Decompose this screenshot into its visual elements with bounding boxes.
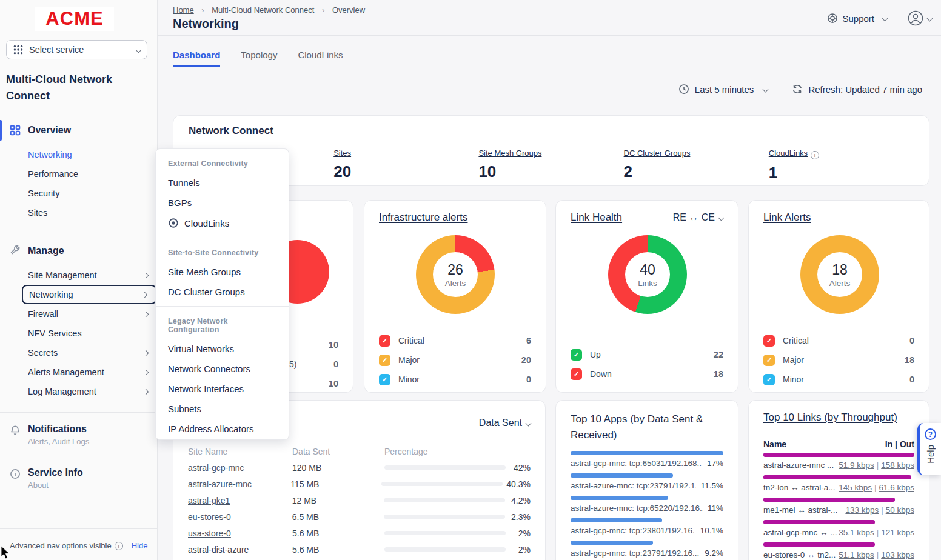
manage-item[interactable]: Log Management (22, 382, 156, 401)
apps-list: astral-gcp-mnc: tcp:65031/192.168.... 17… (571, 451, 723, 560)
site-name-link[interactable]: astral-gke1 (188, 496, 230, 505)
out-kbps-link[interactable]: 61.6 kbps (879, 483, 914, 492)
breadcrumb-item[interactable]: Overview (332, 5, 365, 15)
support-menu[interactable]: Support (827, 13, 887, 24)
percentage-bar-track (384, 465, 506, 470)
site-name-link[interactable]: astral-dist-azure (188, 545, 249, 555)
sidebar-item-service-info[interactable]: Service Info About (0, 467, 158, 490)
manage-item[interactable]: Firewall (22, 304, 156, 324)
tab[interactable]: Dashboard (173, 50, 220, 67)
site-name-link[interactable]: astral-gcp-mnc (188, 463, 244, 473)
account-menu[interactable] (908, 10, 932, 26)
stat-label-link[interactable]: Site Mesh Groups (478, 148, 541, 158)
app-label: astral-azure-mnc: tcp:65220/192.16... (571, 504, 703, 513)
sidebar-subitem[interactable]: Sites (28, 203, 149, 222)
chevron-down-icon (718, 215, 725, 221)
manage-item[interactable]: Secrets (22, 343, 156, 362)
flyout-menu-item[interactable]: IP Address Allocators (168, 424, 276, 434)
help-tab[interactable]: ? Help (917, 423, 941, 475)
legend-checkbox[interactable]: ✓ (571, 349, 582, 361)
overview-grid-icon (10, 125, 21, 136)
out-kbps-link[interactable]: 50 kbps (886, 505, 914, 515)
stat-label-link[interactable]: DC Cluster Groups (624, 148, 691, 158)
site-name-link[interactable]: usa-store-0 (188, 528, 231, 538)
sidebar-subitem[interactable]: Performance (28, 164, 149, 184)
flyout-menu-item[interactable]: CloudLinks (168, 218, 276, 228)
site-name-link[interactable]: astral-azure-mnc (188, 479, 252, 489)
sidebar-subitem[interactable]: Networking (28, 145, 149, 164)
breadcrumb-item[interactable]: Multi-Cloud Network Connect (212, 5, 314, 15)
refresh-button[interactable]: Refresh: Updated 7 min ago (792, 84, 922, 95)
sidebar-section-manage: Manage (0, 241, 158, 261)
site-name-link[interactable]: eu-stores-0 (188, 512, 231, 522)
legend-checkbox[interactable]: ✓ (379, 355, 390, 366)
legend-value: 0 (909, 375, 914, 384)
data-sent-selector[interactable]: Data Sent (479, 418, 531, 428)
legend-row: ✓ Critical 6 (379, 331, 531, 350)
flyout-menu-item[interactable]: Subnets (168, 404, 276, 414)
link-row: me1-mel ↔ astral-... 133 kbps|50 kbps (763, 498, 914, 515)
flyout-items: Tunnels BGPs CloudLinks (168, 178, 276, 228)
legend-checkbox[interactable]: ✓ (763, 355, 775, 366)
legend-checkbox[interactable]: ✓ (379, 335, 390, 347)
sidebar-item-overview[interactable]: Overview (0, 121, 158, 140)
info-circle-icon[interactable]: i (115, 542, 123, 550)
flyout-menu-item[interactable]: Virtual Networks (168, 344, 276, 354)
table-row: astral-azure-mnc 115 MB 40.3% (188, 476, 531, 492)
tab[interactable]: Topology (241, 50, 277, 67)
flyout-menu-item[interactable]: Network Connectors (168, 364, 276, 374)
stat-value: 20 (333, 162, 478, 181)
in-kbps-link[interactable]: 145 kbps (839, 483, 872, 492)
time-range-selector[interactable]: Last 5 minutes (678, 84, 768, 95)
link-health-selector[interactable]: RE ↔ CE (673, 212, 723, 223)
chevron-down-icon (882, 15, 888, 21)
legend-checkbox[interactable]: ✓ (571, 368, 582, 380)
manage-item[interactable]: NFV Services (22, 324, 156, 343)
in-kbps-link[interactable]: 35.1 kbps (839, 528, 874, 537)
separator: | (877, 550, 879, 559)
manage-item-label: Log Management (28, 387, 139, 396)
sidebar-item-notifications[interactable]: Notifications Alerts, Audit Logs (0, 424, 158, 446)
tab[interactable]: CloudLinks (298, 50, 343, 67)
flyout-menu-item[interactable]: Tunnels (168, 178, 276, 188)
app-label: astral-gcp-mnc: tcp:23801/192.16... (571, 526, 695, 535)
flyout-items: Virtual Networks Network Connectors Netw… (168, 344, 276, 434)
manage-item[interactable]: Site Management (22, 265, 156, 285)
selector-label: RE ↔ CE (673, 212, 715, 223)
sidebar: ACME Select service Multi-Cloud Network … (0, 0, 158, 560)
divider (0, 412, 158, 413)
card-title-link[interactable]: Infrastructure alerts (379, 212, 467, 224)
service-selector[interactable]: Select service (6, 40, 147, 59)
flyout-menu-item[interactable]: DC Cluster Groups (168, 287, 276, 297)
manage-item[interactable]: Alerts Management (22, 362, 156, 382)
out-kbps-link[interactable]: 121 kbps (881, 528, 914, 537)
link-row: eu-stores-0 ↔ tn2... 51.1 kbps|103 kbps (763, 542, 914, 559)
manage-item[interactable]: Networking (22, 285, 156, 304)
card-title-link[interactable]: Top 10 Links (by Throughput) (763, 412, 897, 424)
hide-nav-link[interactable]: Hide (132, 541, 148, 550)
flyout-menu-item[interactable]: Site Mesh Groups (168, 267, 276, 277)
card-title-link[interactable]: Link Alerts (763, 212, 811, 224)
flyout-section-legacy: Legacy Network Configuration Virtual Net… (156, 306, 289, 443)
out-kbps-link[interactable]: 103 kbps (881, 550, 914, 559)
legend: ✓ Up 22 ✓ Down 18 (571, 345, 723, 384)
legend-checkbox[interactable]: ✓ (379, 374, 390, 385)
out-kbps-link[interactable]: 158 kbps (881, 461, 914, 470)
in-kbps-link[interactable]: 133 kbps (845, 505, 879, 515)
avatar-icon (908, 10, 923, 26)
in-kbps-link[interactable]: 51.9 kbps (839, 461, 874, 470)
legend-checkbox[interactable]: ✓ (763, 335, 775, 347)
in-kbps-link[interactable]: 51.1 kbps (839, 550, 874, 559)
sidebar-subitem[interactable]: Security (28, 184, 149, 203)
info-circle-icon[interactable]: i (811, 151, 819, 159)
stat-label-link[interactable]: CloudLinks (769, 148, 808, 158)
advanced-nav-text: Advanced nav options visible (10, 541, 112, 550)
flyout-menu-item[interactable]: Network Interfaces (168, 384, 276, 394)
stat-label-link[interactable]: Sites (333, 148, 351, 158)
card-title-link[interactable]: Link Health (571, 212, 622, 224)
breadcrumb-home[interactable]: Home (173, 5, 194, 15)
chevron-right-icon (143, 369, 149, 375)
flyout-menu-item[interactable]: BGPs (168, 198, 276, 208)
table-row: astral-gke1 12 MB 4.2% (188, 492, 531, 508)
legend-checkbox[interactable]: ✓ (763, 374, 775, 385)
